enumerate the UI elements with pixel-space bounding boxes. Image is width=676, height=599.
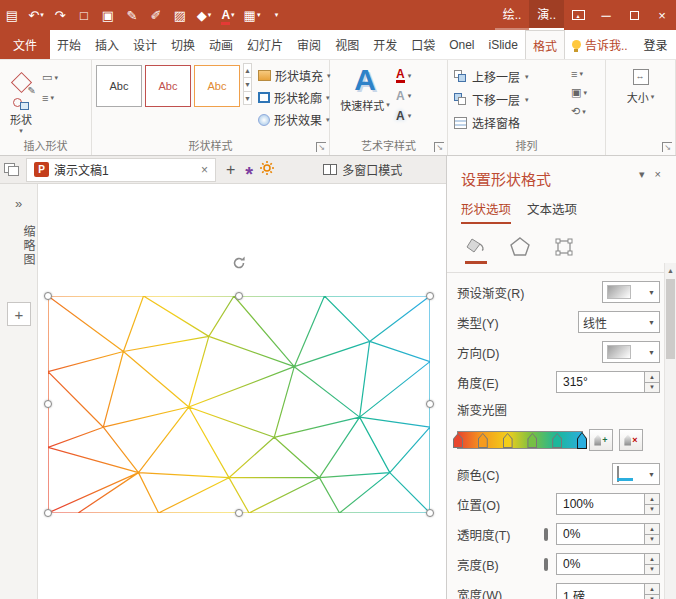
bring-forward-button[interactable]: 上移一层 ▾ <box>454 68 571 85</box>
selection-handle-w[interactable] <box>44 400 52 408</box>
dialog-launcher-icon[interactable]: ↘ <box>662 142 672 152</box>
shape-effects-button[interactable]: 形状效果 ▾ <box>258 111 331 128</box>
multi-window-mode-button[interactable]: 多窗口模式 <box>323 161 402 178</box>
transparency-slider[interactable] <box>544 528 548 541</box>
size-button[interactable]: 大小 ▾ <box>627 89 655 105</box>
group-button[interactable]: ▣▾ <box>571 86 601 99</box>
tab-view[interactable]: 视图 <box>328 30 366 59</box>
shape-fill-button[interactable]: 形状填充 ▾ <box>258 67 331 84</box>
tab-review[interactable]: 审阅 <box>290 30 328 59</box>
selection-handle-s[interactable] <box>235 509 243 517</box>
selection-handle-ne[interactable] <box>426 292 434 300</box>
settings-gear-icon[interactable] <box>259 160 275 179</box>
send-backward-button[interactable]: 下移一层 ▾ <box>454 91 571 108</box>
tab-home[interactable]: 开始 <box>50 30 88 59</box>
ink-color-icon[interactable]: ◆▾ <box>192 0 216 30</box>
tab-islide[interactable]: iSlide <box>482 30 525 59</box>
spin-down-icon[interactable]: ▼ <box>645 535 659 545</box>
slide-layout-icon[interactable]: ▣ <box>96 0 120 30</box>
scrollbar-thumb[interactable] <box>666 279 675 359</box>
tab-developer[interactable]: 开发 <box>366 30 404 59</box>
position-spinner[interactable]: 100% ▲▼ <box>556 493 660 515</box>
pane-options-icon[interactable]: ▾ <box>634 168 650 181</box>
pane-tab-shape-options[interactable]: 形状选项 <box>461 199 511 224</box>
tell-me-box[interactable]: 告诉我.. <box>565 30 635 59</box>
gradient-stop[interactable] <box>527 433 537 448</box>
add-gradient-stop-button[interactable]: + <box>589 429 613 451</box>
spin-up-icon[interactable]: ▲ <box>645 372 659 383</box>
tab-list-icon[interactable] <box>4 163 20 177</box>
new-document-icon[interactable]: + <box>222 161 239 179</box>
brightness-slider[interactable] <box>544 558 548 571</box>
shapes-button[interactable]: 形状 ▾ <box>10 98 32 135</box>
pane-scrollbar[interactable]: ▲ <box>664 263 676 599</box>
gradient-bar[interactable] <box>457 431 583 449</box>
slide-canvas[interactable] <box>38 184 446 599</box>
spin-down-icon[interactable]: ▼ <box>645 383 659 393</box>
spin-up-icon[interactable]: ▲ <box>645 584 659 595</box>
new-slide-icon[interactable]: □ <box>72 0 96 30</box>
ribbon-display-options-icon[interactable]: ▴ <box>564 0 592 30</box>
doc-tab-drawing[interactable]: 绘.. <box>495 0 530 30</box>
add-slide-button[interactable]: + <box>7 302 31 326</box>
dialog-launcher-icon[interactable]: ↘ <box>316 142 326 152</box>
rotation-handle[interactable] <box>230 254 248 275</box>
selection-handle-nw[interactable] <box>44 292 52 300</box>
font-color-icon[interactable]: A▾ <box>216 0 240 30</box>
tab-slideshow[interactable]: 幻灯片 <box>240 30 290 59</box>
highlighter-icon[interactable]: ✐ <box>144 0 168 30</box>
spin-down-icon[interactable]: ▼ <box>645 565 659 575</box>
pane-close-icon[interactable]: × <box>650 168 666 180</box>
gallery-down-icon[interactable]: ▼ <box>243 77 252 91</box>
gallery-up-icon[interactable]: ▲ <box>243 63 252 77</box>
gallery-expand-icon[interactable]: ▼ <box>243 91 252 105</box>
effects-pentagon-icon[interactable] <box>509 236 531 264</box>
scroll-up-icon[interactable]: ▲ <box>665 263 676 277</box>
restore-icon[interactable] <box>620 0 648 30</box>
align-button[interactable]: ≡▾ <box>571 68 601 80</box>
shape-style-preset-2[interactable]: Abc <box>145 65 191 107</box>
tab-transitions[interactable]: 切换 <box>164 30 202 59</box>
selection-handle-e[interactable] <box>426 400 434 408</box>
text-fill-button[interactable]: A▾ <box>396 68 411 83</box>
more-commands-icon[interactable]: ▾ <box>264 0 288 30</box>
fill-line-icon[interactable] <box>465 236 487 264</box>
close-icon[interactable]: × <box>648 0 676 30</box>
shape-style-preset-3[interactable]: Abc <box>194 65 240 107</box>
color-dropdown[interactable]: ▼ <box>612 463 660 485</box>
plugin-star-icon[interactable]: * <box>245 161 253 179</box>
tab-format[interactable]: 格式 <box>525 30 565 59</box>
tab-file[interactable]: 文件 <box>0 30 50 59</box>
undo-icon[interactable]: ↶▾ <box>24 0 48 30</box>
tab-insert[interactable]: 插入 <box>88 30 126 59</box>
gradient-stop[interactable] <box>478 433 488 448</box>
preset-gradient-dropdown[interactable]: ▼ <box>602 281 660 303</box>
spin-down-icon[interactable]: ▼ <box>645 505 659 515</box>
tab-animations[interactable]: 动画 <box>202 30 240 59</box>
selection-handle-se[interactable] <box>426 509 434 517</box>
spin-down-icon[interactable]: ▼ <box>645 595 659 599</box>
gradient-stop[interactable] <box>503 433 513 448</box>
angle-spinner[interactable]: 315° ▲▼ <box>556 371 660 393</box>
rotate-button[interactable]: ⟲▾ <box>571 105 601 118</box>
lowpoly-mesh-shape[interactable] <box>48 296 430 513</box>
tab-onel[interactable]: Onel <box>442 30 481 59</box>
gradient-stop[interactable] <box>552 433 562 448</box>
size-icon[interactable] <box>633 69 649 85</box>
eraser-icon[interactable]: ▨ <box>168 0 192 30</box>
redo-icon[interactable]: ↷ <box>48 0 72 30</box>
document-tab[interactable]: P 演示文稿1 × <box>26 158 216 182</box>
table-icon[interactable]: ▦▾ <box>240 0 264 30</box>
close-document-icon[interactable]: × <box>201 163 208 177</box>
size-properties-icon[interactable] <box>553 236 575 264</box>
tab-koudai[interactable]: 口袋 <box>404 30 442 59</box>
shape-style-preset-1[interactable]: Abc <box>96 65 142 107</box>
expand-chevron-icon[interactable]: » <box>0 184 37 211</box>
tab-design[interactable]: 设计 <box>126 30 164 59</box>
convert-shape-button[interactable]: ≡▾ <box>42 92 58 104</box>
shape-outline-button[interactable]: 形状轮廓 ▾ <box>258 89 331 106</box>
merge-shapes-button[interactable]: ▭▾ <box>42 71 58 84</box>
gradient-stop[interactable] <box>577 432 587 449</box>
text-effects-button[interactable]: A▾ <box>396 109 411 123</box>
spin-up-icon[interactable]: ▲ <box>645 524 659 535</box>
